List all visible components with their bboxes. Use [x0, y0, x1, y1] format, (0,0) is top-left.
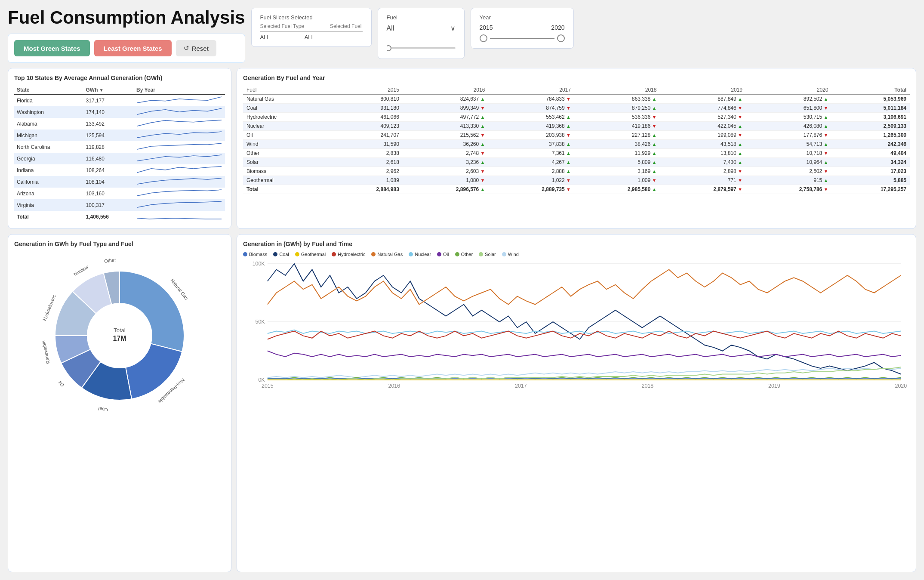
fuel-name: Nuclear	[243, 122, 331, 131]
fuel-total-label: Total	[243, 185, 331, 194]
donut-label-6: Nuclear	[73, 264, 89, 277]
state-sparkline	[134, 176, 225, 188]
fuel-2016: 36,260 ▲	[403, 140, 489, 149]
legend-color-other	[455, 252, 459, 256]
slicer-val2: ALL	[305, 34, 314, 40]
down-arrow-icon: ▼	[738, 133, 742, 138]
state-gwh: 119,828	[83, 141, 134, 153]
fuel-filter-slider-track[interactable]	[387, 45, 456, 51]
fuel-total: 1,265,300	[832, 131, 910, 140]
year-range-slider[interactable]	[480, 34, 565, 42]
fuel-total: 3,106,691	[832, 113, 910, 122]
legend-label-nuclear: Nuclear	[415, 252, 431, 257]
state-sparkline	[134, 188, 225, 199]
line-chart: 0K50K100K201520162017201820192020	[243, 259, 910, 397]
slicer-col2-header: Selected Fuel	[330, 23, 361, 29]
down-arrow-icon: ▼	[566, 105, 571, 111]
state-name: Alabama	[14, 118, 83, 130]
fuel-name: Solar	[243, 158, 331, 167]
fuel-2015: 2,838	[331, 149, 403, 158]
fuel-2016: 899,349 ▼	[403, 104, 489, 113]
down-arrow-icon: ▼	[652, 123, 657, 129]
svg-rect-0	[387, 47, 456, 49]
year-slider-thumb-left[interactable]	[480, 34, 487, 42]
state-gwh: 174,140	[83, 106, 134, 118]
down-arrow-icon: ▼	[652, 178, 657, 183]
state-gwh: 133,492	[83, 118, 134, 130]
fuel-2019: 887,849 ▲	[660, 95, 746, 104]
gwh-col-header: GWh ▼	[83, 86, 134, 95]
legend-color-geothermal	[295, 252, 299, 256]
total-label: Total	[14, 211, 83, 222]
fuel-2016: 215,562 ▼	[403, 131, 489, 140]
most-green-button[interactable]: Most Green States	[14, 40, 90, 56]
fuel-2015: 931,180	[331, 104, 403, 113]
up-arrow-icon: ▲	[566, 123, 571, 129]
legend-item-hydroelectric: Hydroelectric	[332, 252, 365, 257]
donut-center-value: 17M	[113, 335, 126, 342]
down-arrow-icon: ▼	[738, 114, 742, 120]
table-row: Indiana 108,264	[14, 164, 225, 176]
year-to-value: 2020	[551, 24, 564, 31]
fuel-2019: 2,898 ▼	[660, 167, 746, 176]
reset-button[interactable]: ↺ Reset	[176, 40, 216, 56]
fuel-2018: 419,186 ▼	[574, 122, 660, 131]
fuel-2017: 419,368 ▲	[488, 122, 574, 131]
fuel-2017: 784,833 ▼	[488, 95, 574, 104]
down-arrow-icon: ▼	[566, 133, 571, 138]
down-arrow-icon: ▼	[566, 96, 571, 102]
legend-item-solar: Solar	[479, 252, 496, 257]
fuel-table-header-4: 2018	[574, 86, 660, 95]
up-arrow-icon: ▲	[824, 160, 829, 165]
fuel-2019: 527,340 ▼	[660, 113, 746, 122]
fuel-total-2017: 2,889,735 ▼	[488, 185, 574, 194]
legend-item-nuclear: Nuclear	[409, 252, 431, 257]
fuel-filter-select[interactable]: All ∨	[387, 24, 456, 32]
top-states-panel: Top 10 States By Average Annual Generati…	[8, 68, 231, 229]
fuel-2016: 3,236 ▲	[403, 158, 489, 167]
legend-color-hydroelectric	[332, 252, 336, 256]
line-chart-title: Generation in (GWh) by Fuel and Time	[243, 241, 910, 247]
up-arrow-icon: ▲	[652, 105, 657, 111]
down-arrow-icon: ▼	[824, 133, 829, 138]
legend-item-biomass: Biomass	[243, 252, 267, 257]
table-row: North Carolina 119,828	[14, 141, 225, 153]
donut-label-3: Oil	[57, 380, 65, 388]
up-arrow-icon: ▲	[738, 96, 742, 102]
legend-item-other: Other	[455, 252, 473, 257]
fuel-2018: 536,336 ▼	[574, 113, 660, 122]
fuel-total: 2,509,133	[832, 122, 910, 131]
fuel-table-row: Hydroelectric 461,066 497,772 ▲ 553,462 …	[243, 113, 910, 122]
reset-icon: ↺	[184, 44, 189, 52]
state-gwh: 125,594	[83, 130, 134, 141]
fuel-table-header-6: 2020	[746, 86, 832, 95]
least-green-button[interactable]: Least Green States	[94, 40, 172, 56]
donut-label-5: Hydroelectric	[42, 294, 57, 322]
year-slider-track[interactable]	[490, 38, 554, 39]
up-arrow-icon: ▲	[566, 142, 571, 147]
donut-label-0: Natural Gas	[169, 278, 189, 301]
donut-panel: Generation in GWh by Fuel Type and Fuel …	[8, 234, 231, 572]
fuel-2020: 2,502 ▼	[746, 167, 832, 176]
fuel-2020: 892,502 ▲	[746, 95, 832, 104]
year-slider-thumb-right[interactable]	[557, 34, 565, 42]
total-2018-arrow: ▲	[652, 187, 657, 192]
donut-label-2: Coal	[98, 406, 108, 411]
down-arrow-icon: ▼	[480, 133, 485, 138]
legend-item-geothermal: Geothermal	[295, 252, 326, 257]
fuel-2019: 422,045 ▲	[660, 122, 746, 131]
fuel-total-2018: 2,985,580 ▲	[574, 185, 660, 194]
legend-label-geothermal: Geothermal	[301, 252, 326, 257]
fuel-2017: 203,938 ▼	[488, 131, 574, 140]
fuel-2017: 1,022 ▼	[488, 176, 574, 185]
legend-label-coal: Coal	[279, 252, 289, 257]
fuel-table-row: Coal 931,180 899,349 ▼ 874,759 ▼ 879,250…	[243, 104, 910, 113]
up-arrow-icon: ▲	[480, 160, 485, 165]
slicer-val1: ALL	[260, 34, 270, 40]
state-sparkline	[134, 106, 225, 118]
state-sparkline	[134, 130, 225, 141]
fuel-2018: 11,929 ▲	[574, 149, 660, 158]
down-arrow-icon: ▼	[738, 105, 742, 111]
fuel-2018: 5,809 ▲	[574, 158, 660, 167]
fuel-year-table: Fuel201520162017201820192020Total Natura…	[243, 86, 910, 194]
